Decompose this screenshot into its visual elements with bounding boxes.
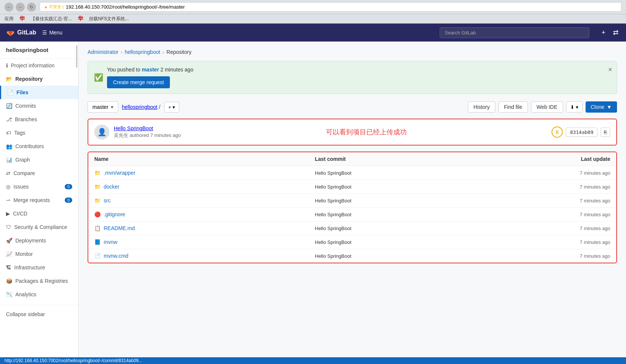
find-file-button[interactable]: Find file (498, 101, 528, 113)
branch-selector[interactable]: master ▾ (88, 101, 118, 113)
table-row: 📁 src Hello SpringBoot 7 minutes ago (88, 194, 616, 208)
last-update-text: 7 minutes ago (535, 198, 610, 204)
banner-message: You pushed to master 2 minutes ago (107, 67, 193, 73)
sidebar-item-security[interactable]: 🛡 Security & Compliance (0, 220, 78, 234)
bookmark-nfs[interactable]: 挂载NFS文件系统... (89, 16, 129, 22)
sidebar-item-compare[interactable]: ⇄ Compare (0, 166, 78, 180)
sidebar-project-name: hellospringboot (0, 42, 78, 59)
sidebar-item-deployments[interactable]: 🚀 Deployments (0, 234, 78, 247)
last-update-text: 7 minutes ago (535, 253, 610, 259)
sidebar-item-packages[interactable]: 📦 Packages & Registries (0, 274, 78, 288)
clone-button[interactable]: Clone ▼ (586, 101, 617, 113)
add-files-button[interactable]: + ▾ (164, 102, 180, 113)
copy-hash-button[interactable]: ⎘ (601, 128, 610, 137)
file-link-readme[interactable]: 📋 README.md (94, 225, 315, 231)
infrastructure-icon: 🏗 (6, 264, 11, 270)
file-link-gitignore[interactable]: 🔴 .gitignore (94, 211, 315, 217)
file-name-text: .gitignore (104, 211, 125, 217)
sidebar-item-commits[interactable]: 🔄 Commits (0, 99, 78, 113)
branch-caret-icon: ▾ (111, 104, 113, 110)
last-commit-text: Hello SpringBoot (315, 212, 536, 217)
files-icon: 📄 (7, 89, 13, 95)
bookmark-apps[interactable]: 应用 (4, 16, 13, 22)
cicd-icon: ▶ (6, 211, 10, 217)
sidebar-item-label: Tags (14, 130, 25, 136)
sidebar-item-analytics[interactable]: 📉 Analytics (0, 288, 78, 301)
main-content: Administrator › hellospringboot › Reposi… (79, 42, 626, 364)
breadcrumb-admin[interactable]: Administrator (88, 49, 118, 55)
menu-button[interactable]: ☰ Menu (42, 30, 62, 36)
main-layout: hellospringboot ℹ Project information 📂 … (0, 42, 626, 364)
mvnw-icon: 📘 (94, 239, 101, 245)
file-link-docker[interactable]: 📁 docker (94, 184, 315, 190)
issues-icon: ◎ (6, 184, 10, 190)
file-link-mvn-wrapper[interactable]: 📁 .mvn/wrapper (94, 170, 315, 176)
web-ide-button[interactable]: Web IDE (531, 101, 563, 113)
breadcrumb-project[interactable]: hellospringboot (125, 49, 160, 55)
commit-box: 👤 Hello SpringBoot 吴先生 authored 7 minute… (88, 119, 617, 146)
clone-label: Clone (591, 104, 605, 110)
commit-avatar: 👤 (94, 125, 109, 140)
mvnwcmd-icon: 📄 (94, 253, 101, 259)
column-last-commit: Last commit (315, 156, 536, 162)
deployments-icon: 🚀 (6, 238, 12, 244)
reload-button[interactable]: ↻ (27, 3, 36, 12)
browser-url-bar[interactable]: ▲ 不安全 | 192.168.40.150:7002/root/hellosp… (40, 2, 622, 12)
issues-badge: 0 (65, 184, 72, 189)
merge-request-icon-button[interactable]: ⇄ (611, 27, 620, 38)
bookmark-best-practices[interactable]: 【最佳实践汇总-官... (31, 16, 72, 22)
file-link-src[interactable]: 📁 src (94, 198, 315, 204)
sidebar-item-label: Security & Compliance (14, 224, 67, 230)
banner-close-button[interactable]: × (608, 66, 612, 74)
sidebar-item-branches[interactable]: ⎇ Branches (0, 113, 78, 126)
history-button[interactable]: History (468, 101, 495, 113)
file-link-mvnw[interactable]: 📘 mvnw (94, 239, 315, 245)
sidebar-item-repository[interactable]: 📂 Repository (0, 72, 78, 86)
file-link-mvnw-cmd[interactable]: 📄 mvnw.cmd (94, 253, 315, 259)
security-warning: ▲ 不安全 | (44, 4, 64, 10)
sidebar-item-merge-requests[interactable]: ⇀ Merge requests 0 (0, 193, 78, 207)
sidebar-item-label: Files (16, 89, 28, 95)
repo-toolbar: master ▾ hellospringboot / + ▾ History F… (88, 101, 617, 113)
sidebar-item-contributors[interactable]: 👥 Contributors (0, 140, 78, 153)
collapse-sidebar-button[interactable]: Collapse sidebar (6, 309, 72, 319)
sidebar-item-label: Graph (15, 157, 30, 163)
success-check-icon: ✅ (94, 73, 103, 82)
hamburger-icon: ☰ (42, 30, 47, 36)
create-merge-request-button[interactable]: Create merge request (107, 76, 170, 88)
huawei-icon-2: 华 (78, 15, 83, 22)
graph-icon: 📊 (6, 157, 12, 163)
table-row: 📄 mvnw.cmd Hello SpringBoot 7 minutes ag… (88, 249, 616, 263)
last-update-text: 7 minutes ago (535, 170, 610, 176)
search-input[interactable] (440, 27, 589, 38)
pipeline-status-button[interactable]: ⏸ (552, 126, 563, 138)
path-separator: / (159, 104, 161, 110)
sidebar-item-files[interactable]: 📄 Files (0, 86, 78, 99)
gitlab-logo: GitLab (6, 28, 36, 37)
new-item-button[interactable]: + (600, 27, 607, 38)
file-name-text: src (104, 198, 111, 204)
back-button[interactable]: ← (4, 3, 13, 12)
path-project-link[interactable]: hellospringboot (122, 104, 158, 110)
repository-icon: 📂 (6, 76, 12, 82)
download-button[interactable]: ⬇ ▾ (566, 101, 583, 113)
readme-icon: 📋 (94, 225, 101, 231)
branch-name: master (92, 104, 109, 110)
sidebar-item-graph[interactable]: 📊 Graph (0, 153, 78, 166)
sidebar-item-issues[interactable]: ◎ Issues 0 (0, 180, 78, 193)
breadcrumb-sep-1: › (120, 49, 122, 55)
forward-button[interactable]: → (16, 3, 25, 12)
sidebar-item-cicd[interactable]: ▶ CI/CD (0, 207, 78, 220)
sidebar-item-monitor[interactable]: 📈 Monitor (0, 247, 78, 261)
commit-title-link[interactable]: Hello SpringBoot (114, 125, 153, 131)
sidebar-item-infrastructure[interactable]: 🏗 Infrastructure (0, 261, 78, 274)
plus-icon: + (168, 104, 171, 110)
banner-content: You pushed to master 2 minutes ago Creat… (107, 67, 193, 88)
last-update-text: 7 minutes ago (535, 226, 610, 231)
folder-icon: 📁 (94, 198, 101, 204)
sidebar: hellospringboot ℹ Project information 📂 … (0, 42, 79, 364)
last-update-text: 7 minutes ago (535, 239, 610, 245)
gitignore-icon: 🔴 (94, 211, 101, 217)
sidebar-item-tags[interactable]: 🏷 Tags (0, 126, 78, 140)
sidebar-item-project-information[interactable]: ℹ Project information (0, 59, 78, 72)
